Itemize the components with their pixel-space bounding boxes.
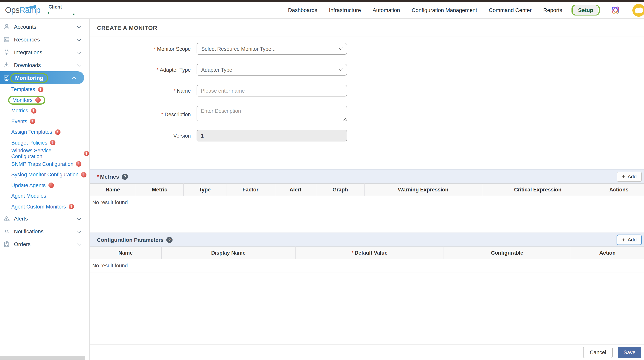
form-row-monitor-scope: *Monitor Scope Select Resource Monitor T… (90, 43, 644, 55)
nav-configuration-management[interactable]: Configuration Management (412, 7, 477, 13)
config-params-table: Name Display Name *Default Value Configu… (90, 247, 644, 272)
metrics-col-metric: Metric (136, 183, 184, 196)
sidebar-item-agent-modules[interactable]: Agent Modules (0, 191, 89, 201)
chevron-down-icon (77, 228, 82, 233)
app-header: OpsRamp Client Dashboards Infrastructure… (0, 2, 644, 18)
sidebar-horizontal-scrollbar[interactable] (0, 356, 85, 360)
sidebar-item-label: Resources (14, 36, 78, 42)
alert-badge-icon: ! (81, 172, 87, 177)
sidebar-item-metrics[interactable]: Metrics ! (0, 105, 89, 116)
chevron-down-icon (77, 24, 82, 28)
client-block: Client (48, 3, 95, 17)
config-col-display-name: Display Name (161, 247, 296, 259)
alert-badge-icon: ! (55, 129, 60, 135)
config-params-empty-row: No result found. (90, 259, 644, 272)
nav-automation[interactable]: Automation (372, 7, 400, 13)
sidebar-subitem-label: Budget Policies (11, 140, 47, 146)
help-icon[interactable]: ? (122, 173, 128, 180)
sidebar-item-label-wrap: Monitoring (14, 75, 72, 81)
sidebar-subitem-label: Agent Modules (11, 193, 46, 199)
metrics-table-header-row: Name Metric Type Factor Alert Graph Warn… (90, 183, 644, 196)
sidebar-subitem-label: Monitors (12, 97, 32, 103)
cancel-button[interactable]: Cancel (583, 347, 612, 358)
metrics-col-graph: Graph (316, 183, 364, 196)
sidebar-item-windows-service-configuration[interactable]: Windows Service Configuration ! (0, 148, 89, 159)
client-label: Client (48, 4, 62, 10)
sidebar-item-events[interactable]: Events ! (0, 116, 89, 127)
sidebar-item-monitors[interactable]: Monitors ! (0, 95, 89, 105)
sidebar-item-integrations[interactable]: Integrations (0, 46, 89, 58)
alert-badge-icon: ! (76, 161, 82, 167)
adapter-type-selected-value: Adapter Type (201, 67, 339, 73)
alert-badge-icon: ! (38, 87, 43, 92)
help-icon[interactable]: ? (166, 237, 172, 243)
sidebar-item-templates[interactable]: Templates ! (0, 84, 89, 95)
required-asterisk: * (352, 250, 354, 256)
alert-badge-icon: ! (48, 183, 54, 188)
page-title: CREATE A MONITOR (97, 24, 157, 31)
logo-text-ops: Ops (5, 5, 20, 14)
user-avatar[interactable] (632, 4, 644, 16)
sidebar-item-label: Alerts (14, 215, 78, 221)
adapter-type-label: *Adapter Type (90, 67, 191, 73)
sidebar-item-alerts[interactable]: Alerts (0, 212, 89, 225)
ai-atom-icon[interactable] (611, 5, 621, 15)
monitor-scope-label: *Monitor Scope (90, 46, 191, 52)
browser-top-strip (0, 0, 644, 2)
metrics-col-actions: Actions (594, 183, 644, 196)
metrics-empty-text: No result found. (90, 196, 644, 209)
config-params-section-title: Configuration Parameters ? (97, 237, 172, 243)
sidebar-item-resources[interactable]: Resources (0, 33, 89, 46)
chevron-down-icon (77, 216, 82, 220)
nav-reports[interactable]: Reports (543, 7, 562, 13)
adapter-type-select[interactable]: Adapter Type (196, 64, 347, 75)
sidebar-item-monitoring[interactable]: Monitoring (0, 71, 84, 84)
chevron-down-icon (77, 49, 82, 54)
nav-infrastructure[interactable]: Infrastructure (329, 7, 361, 13)
metrics-col-factor: Factor (226, 183, 275, 196)
sidebar-item-syslog-monitor-configuration[interactable]: Syslog Monitor Configuration ! (0, 169, 89, 180)
sidebar-item-update-agents[interactable]: Update Agents ! (0, 180, 89, 191)
metrics-section-header: * Metrics ? + Add (90, 169, 644, 183)
config-col-name: Name (90, 247, 161, 259)
sidebar-item-downloads[interactable]: Downloads (0, 58, 89, 71)
metrics-section-title: * Metrics ? (97, 173, 128, 180)
required-asterisk: * (154, 46, 156, 52)
sidebar-item-orders[interactable]: Orders (0, 238, 89, 250)
nav-setup[interactable]: Setup (574, 5, 598, 15)
config-params-add-button[interactable]: + Add (617, 235, 642, 245)
sidebar-item-budget-policies[interactable]: Budget Policies ! (0, 137, 89, 148)
save-button[interactable]: Save (618, 347, 641, 358)
monitor-scope-select[interactable]: Select Resource Monitor Type... (196, 43, 347, 55)
plus-icon: + (622, 174, 626, 179)
config-col-configurable: Configurable (444, 247, 571, 259)
nav-command-center[interactable]: Command Center (489, 7, 532, 13)
chevron-down-icon (339, 66, 343, 71)
bell-icon (3, 228, 10, 235)
alert-badge-icon: ! (69, 204, 74, 209)
metrics-col-warning-expression: Warning Expression (364, 183, 482, 196)
metrics-add-button[interactable]: + Add (617, 171, 642, 182)
sidebar-item-accounts[interactable]: Accounts (0, 20, 89, 33)
sidebar-item-label: Integrations (14, 49, 78, 55)
sidebar-item-assign-templates[interactable]: Assign Templates ! (0, 127, 89, 137)
opsramp-logo[interactable]: OpsRamp (5, 5, 41, 15)
sidebar-item-snmp-traps-configuration[interactable]: SNMP Traps Configuration ! (0, 159, 89, 169)
alert-badge-icon: ! (30, 119, 36, 124)
monitor-scope-selected-value: Select Resource Monitor Type... (201, 46, 339, 52)
monitoring-icon (3, 74, 10, 81)
config-params-empty-text: No result found. (90, 259, 644, 272)
app-root: OpsRamp Client Dashboards Infrastructure… (0, 0, 644, 360)
nav-dashboards[interactable]: Dashboards (288, 7, 317, 13)
sidebar-subitem-label: Assign Templates (11, 129, 52, 135)
description-textarea[interactable] (196, 106, 347, 121)
name-input[interactable] (196, 85, 347, 96)
sidebar-subitem-label: Syslog Monitor Configuration (11, 172, 78, 178)
sidebar-item-label: Accounts (14, 23, 78, 30)
alert-badge-icon: ! (35, 97, 41, 103)
sidebar-item-agent-custom-monitors[interactable]: Agent Custom Monitors ! (0, 201, 89, 212)
main-content: CREATE A MONITOR *Monitor Scope Select R… (90, 19, 644, 360)
annotation-outline-monitors: Monitors ! (8, 96, 45, 105)
sidebar-item-notifications[interactable]: Notifications (0, 225, 89, 238)
sidebar-item-label: Orders (14, 241, 78, 247)
